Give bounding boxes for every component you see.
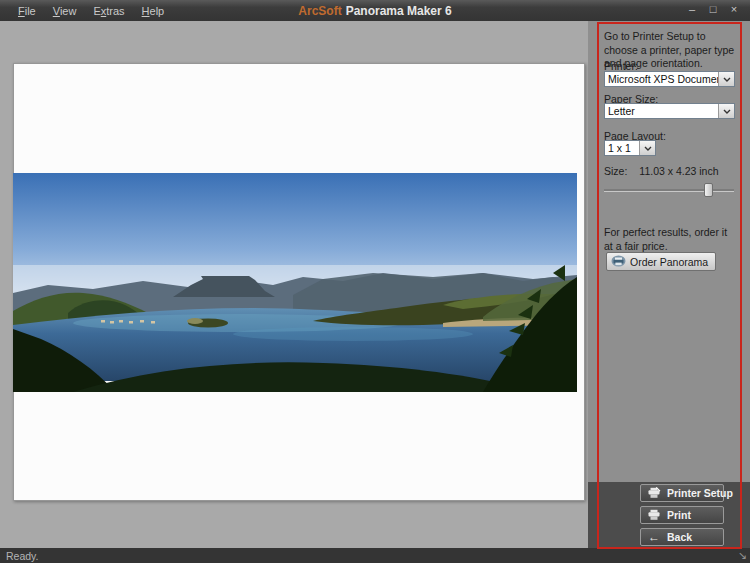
order-hint: For perfect results, order it at a fair … <box>604 226 737 253</box>
printer-setup-label: Printer Setup <box>667 487 733 499</box>
paper-size-select[interactable]: Letter <box>604 103 735 119</box>
maximize-icon[interactable]: □ <box>707 2 719 16</box>
size-label: Size: <box>604 165 627 177</box>
paper-size-select-value: Letter <box>605 104 718 118</box>
menu-item-extras[interactable]: Extras <box>93 5 124 17</box>
menu-item-file[interactable]: File <box>18 5 36 17</box>
chevron-down-icon[interactable] <box>639 141 655 155</box>
status-bar: Ready. ↘ <box>0 548 750 563</box>
chevron-down-icon[interactable] <box>718 72 734 86</box>
size-slider[interactable] <box>604 183 734 197</box>
size-slider-track[interactable] <box>604 189 734 192</box>
menu-bar: FileViewExtrasHelp <box>0 5 164 17</box>
print-settings-sidebar: Go to Printer Setup to choose a printer,… <box>588 21 750 548</box>
back-arrow-icon: ← <box>647 532 661 542</box>
back-label: Back <box>667 531 692 543</box>
order-panorama-button[interactable]: Order Panorama <box>606 252 716 271</box>
printer-setup-button[interactable]: Printer Setup <box>640 484 724 502</box>
app-title: Panorama Maker 6 <box>346 4 452 18</box>
printer-setup-icon <box>647 487 661 499</box>
status-text: Ready. <box>6 550 39 562</box>
print-preview-paper <box>13 63 585 501</box>
order-panorama-label: Order Panorama <box>630 256 708 268</box>
menu-item-view[interactable]: View <box>53 5 77 17</box>
printer-select-value: Microsoft XPS Document W... <box>605 72 718 86</box>
printer-icon <box>647 509 661 521</box>
print-preview-canvas <box>0 21 588 548</box>
resize-grip-icon[interactable]: ↘ <box>738 549 747 562</box>
sidebar-footer: Printer Setup Print ← Back <box>588 482 750 548</box>
app-brand: ArcSoft <box>298 4 341 18</box>
minimize-icon[interactable]: – <box>686 2 698 16</box>
title-bar: FileViewExtrasHelp ArcSoftPanorama Maker… <box>0 0 750 21</box>
order-print-icon <box>611 255 626 269</box>
page-layout-select[interactable]: 1 x 1 <box>604 140 656 156</box>
window-controls: – □ × <box>686 2 740 16</box>
close-icon[interactable]: × <box>728 2 740 16</box>
app-window: FileViewExtrasHelp ArcSoftPanorama Maker… <box>0 0 750 563</box>
back-button[interactable]: ← Back <box>640 528 724 546</box>
size-value: 11.03 x 4.23 inch <box>639 165 718 177</box>
printer-select[interactable]: Microsoft XPS Document W... <box>604 71 735 87</box>
chevron-down-icon[interactable] <box>718 104 734 118</box>
print-button[interactable]: Print <box>640 506 724 524</box>
page-layout-select-value: 1 x 1 <box>605 141 639 155</box>
print-label: Print <box>667 509 691 521</box>
menu-item-help[interactable]: Help <box>142 5 165 17</box>
size-slider-handle[interactable] <box>704 183 713 197</box>
panorama-photo <box>13 173 577 392</box>
